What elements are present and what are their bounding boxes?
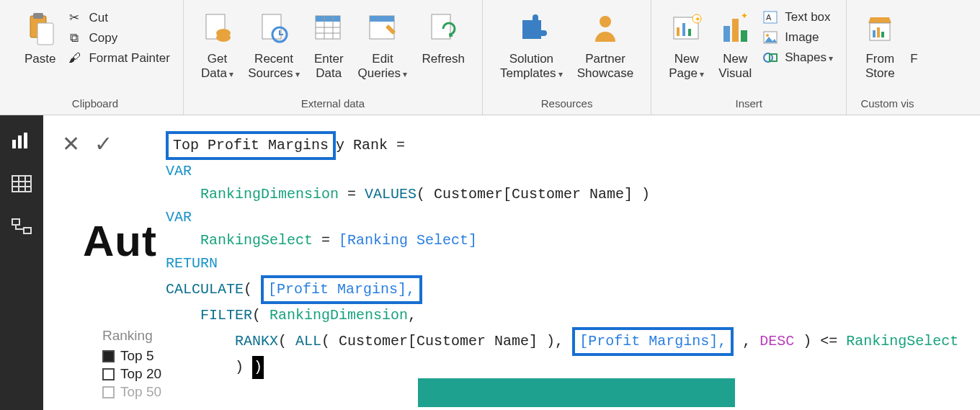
solution-templates-label: Solution Templates	[500, 52, 563, 80]
group-label-clipboard: Clipboard	[72, 97, 118, 113]
model-view-button[interactable]	[9, 216, 35, 238]
cut-button[interactable]: ✂ Cut	[66, 10, 169, 25]
refresh-button[interactable]: Refresh	[414, 6, 472, 68]
slicer-title: Ranking	[102, 328, 161, 344]
slicer-option-top20[interactable]: Top 20	[102, 366, 161, 382]
copy-button[interactable]: ⧉ Copy	[66, 31, 169, 45]
solution-templates-button[interactable]: Solution Templates	[493, 6, 570, 81]
svg-rect-24	[723, 26, 730, 42]
func-name: FILTER	[200, 307, 252, 324]
svg-point-31	[766, 34, 769, 37]
measure-name-text: Top Profit Margins	[173, 137, 329, 153]
measure-name-highlight: Top Profit Margins	[166, 131, 336, 160]
new-visual-button[interactable]: ✦ New Visual	[711, 6, 759, 81]
text-box-button[interactable]: A Text box	[762, 10, 833, 24]
new-page-label: New Page	[669, 52, 704, 80]
format-painter-button[interactable]: 🖌 Format Painter	[66, 51, 169, 66]
svg-rect-2	[37, 23, 53, 45]
commit-formula-button[interactable]: ✓	[94, 131, 112, 156]
image-button[interactable]: Image	[762, 30, 833, 45]
from-file-label: F	[910, 52, 917, 66]
enter-data-button[interactable]: Enter Data	[307, 6, 351, 81]
recent-sources-icon	[259, 10, 288, 49]
main-area: ✕ ✓ Top Profit Marginsy Rank = VAR Ranki…	[0, 115, 980, 410]
from-file-button[interactable]: F	[903, 6, 917, 68]
view-switcher	[0, 115, 43, 410]
func-name: CALCULATE	[166, 281, 244, 298]
new-page-button[interactable]: ✦ New Page	[662, 6, 711, 81]
edit-queries-icon	[368, 10, 397, 49]
svg-rect-1	[33, 13, 43, 19]
enter-data-icon	[314, 10, 343, 49]
svg-rect-40	[24, 133, 27, 148]
profit-margins-highlight-1: [Profit Margins],	[261, 275, 422, 304]
recent-sources-button[interactable]: Recent Sources	[241, 6, 307, 81]
formula-text: y Rank =	[336, 137, 405, 153]
text-box-label: Text box	[785, 10, 830, 24]
brush-icon: 🖌	[66, 51, 83, 66]
svg-rect-21	[688, 29, 691, 36]
group-insert: ✦ New Page ✦ New Visual A Text box Image	[651, 0, 847, 115]
group-custom-visuals: From Store F Custom vis	[847, 0, 927, 115]
edit-queries-button[interactable]: Edit Queries	[351, 6, 415, 81]
cancel-formula-button[interactable]: ✕	[62, 131, 80, 156]
var-keyword: VAR	[166, 163, 192, 179]
person-icon	[591, 10, 620, 49]
partner-showcase-button[interactable]: Partner Showcase	[570, 6, 641, 81]
refresh-icon	[429, 10, 458, 49]
report-view-button[interactable]	[9, 130, 35, 151]
paste-button[interactable]: Paste	[17, 6, 63, 68]
formula-bar[interactable]: Top Profit Marginsy Rank = VAR RankingDi…	[159, 128, 980, 382]
formula-text: =	[339, 186, 365, 202]
shapes-label: Shapes	[785, 50, 833, 65]
shapes-button[interactable]: Shapes	[762, 50, 833, 65]
slicer-option-top5[interactable]: Top 5	[102, 348, 161, 364]
svg-text:✦: ✦	[741, 13, 748, 21]
func-name: VALUES	[365, 186, 416, 202]
group-label-external: External data	[301, 97, 365, 113]
ribbon-toolbar: Paste ✂ Cut ⧉ Copy 🖌 Format Painter Clip…	[0, 0, 980, 115]
store-icon	[864, 10, 896, 49]
new-page-icon: ✦	[671, 10, 703, 49]
edit-queries-label: Edit Queries	[358, 52, 408, 80]
get-data-button[interactable]: Get Data	[194, 6, 241, 81]
svg-rect-19	[677, 27, 680, 36]
group-label-custom: Custom vis	[860, 97, 914, 113]
report-canvas-area: ✕ ✓ Top Profit Marginsy Rank = VAR Ranki…	[43, 115, 980, 410]
checkbox-unchecked-icon	[102, 368, 115, 380]
svg-rect-47	[24, 228, 31, 233]
svg-rect-25	[732, 19, 739, 42]
svg-rect-9	[316, 16, 340, 22]
sort-order: DESC	[760, 333, 794, 349]
svg-rect-16	[432, 14, 450, 39]
page-title-fragment: Aut	[83, 216, 157, 266]
from-store-label: From Store	[865, 52, 895, 80]
svg-rect-41	[12, 176, 31, 192]
var-ref: RankingDimension	[270, 307, 408, 324]
slicer-label: Top 20	[120, 366, 161, 382]
var-ref: RankingSelect	[846, 333, 958, 349]
svg-text:✦: ✦	[695, 15, 700, 23]
copy-icon: ⧉	[66, 31, 83, 45]
data-view-button[interactable]	[9, 173, 35, 195]
recent-sources-label: Recent Sources	[248, 52, 300, 80]
slicer-label: Top 5	[120, 348, 153, 364]
func-name: RANKX	[235, 333, 278, 349]
group-clipboard: Paste ✂ Cut ⧉ Copy 🖌 Format Painter Clip…	[7, 0, 184, 115]
slicer-option-top50[interactable]: Top 50	[102, 384, 161, 400]
svg-point-17	[600, 16, 611, 27]
new-visual-icon: ✦	[719, 10, 751, 49]
image-label: Image	[785, 30, 819, 45]
formula-text: )	[235, 359, 252, 375]
chart-bar	[418, 378, 735, 407]
text-box-icon: A	[762, 11, 779, 24]
shapes-icon	[762, 51, 779, 64]
formula-text: ,	[408, 307, 416, 324]
var-name: RankingSelect	[200, 232, 313, 249]
new-visual-label: New Visual	[718, 52, 752, 80]
formula-text: =	[313, 232, 339, 249]
svg-rect-46	[12, 219, 19, 225]
from-store-button[interactable]: From Store	[857, 6, 903, 81]
copy-label: Copy	[89, 31, 117, 45]
format-painter-label: Format Painter	[89, 51, 169, 66]
